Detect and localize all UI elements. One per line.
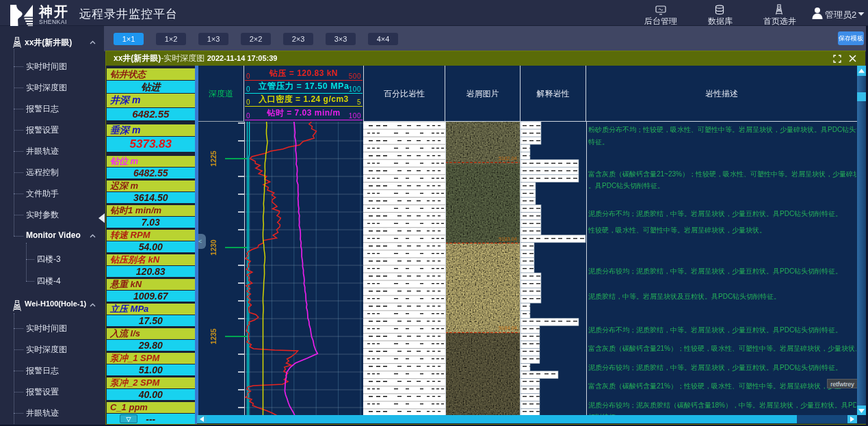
svg-text:5182.04: 5182.04 [499, 155, 517, 161]
svg-text:5184.04: 5184.04 [499, 325, 517, 331]
svg-text:5183.04: 5183.04 [499, 236, 517, 242]
svg-text:1225: 1225 [209, 150, 218, 167]
svg-text:1235: 1235 [209, 328, 218, 345]
svg-text:1230: 1230 [209, 239, 218, 256]
